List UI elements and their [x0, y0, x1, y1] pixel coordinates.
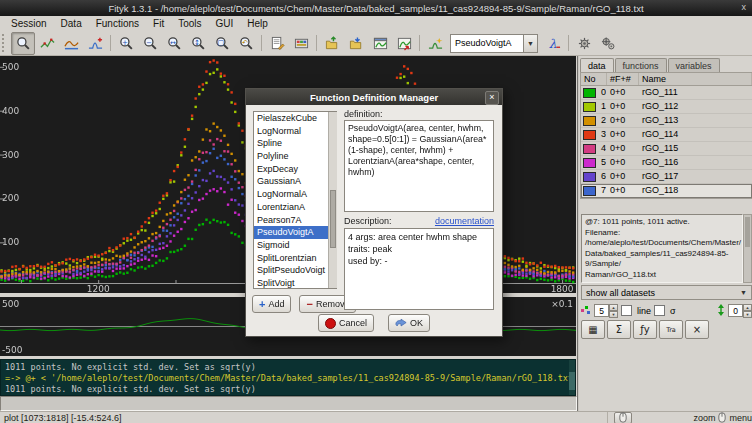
- define-function-icon[interactable]: λ: [541, 32, 565, 55]
- dataset-func-count: 0+0: [607, 86, 639, 99]
- col-funcs: #F+#: [607, 73, 639, 85]
- dialog-close-icon[interactable]: ×: [485, 91, 499, 105]
- dataset-row[interactable]: 20+0rGO_113: [581, 114, 752, 128]
- console-scrollbar[interactable]: [569, 360, 575, 395]
- shift-stepper[interactable]: 0 ▲▼: [728, 304, 752, 317]
- menu-session[interactable]: Session: [4, 17, 54, 30]
- spinner-up-icon[interactable]: ▲: [743, 304, 752, 311]
- function-list-item[interactable]: PseudoVoigtA: [254, 226, 336, 239]
- data-properties-icon[interactable]: [289, 32, 313, 55]
- dataset-row[interactable]: 70+0rGO_118: [581, 184, 752, 198]
- shift-value: 0: [728, 304, 743, 317]
- function-list-item[interactable]: Spline: [254, 137, 336, 150]
- zoom-horizontal-icon[interactable]: ↔: [162, 32, 186, 55]
- function-list-item[interactable]: SplitPseudoVoigt: [254, 264, 336, 277]
- dataset-color-swatch[interactable]: [583, 116, 596, 126]
- function-list-item[interactable]: LorentzianA: [254, 201, 336, 214]
- zoom-vertical-icon[interactable]: ↕: [186, 32, 210, 55]
- function-list-item[interactable]: LogNormal: [254, 125, 336, 138]
- dataset-table: No #F+# Name 00+0rGO_11110+0rGO_11220+0r…: [580, 72, 752, 199]
- zoom-all-icon[interactable]: □: [210, 32, 234, 55]
- line-checkbox[interactable]: [621, 305, 632, 316]
- function-list-item[interactable]: PielaszekCube: [254, 112, 336, 125]
- window-close-button[interactable]: x: [742, 2, 747, 13]
- plot-coordinates: plot [1073:1818] [-15.4:524.6]: [0, 412, 608, 423]
- colors-button[interactable]: ▦: [581, 320, 605, 339]
- dataset-no: 7: [598, 184, 606, 197]
- dataset-color-swatch[interactable]: [583, 130, 596, 140]
- zoom-out-icon[interactable]: −: [138, 32, 162, 55]
- function-list-item[interactable]: ExpDecay: [254, 163, 336, 176]
- function-list-item[interactable]: GaussianA: [254, 175, 336, 188]
- dataset-color-swatch[interactable]: [583, 158, 596, 168]
- function-type-select[interactable]: PseudoVoigtA▼: [450, 34, 538, 53]
- tab-variables[interactable]: variables: [668, 58, 720, 72]
- ok-button[interactable]: OK: [388, 314, 430, 332]
- tab-functions[interactable]: functions: [615, 58, 667, 72]
- tab-data[interactable]: data: [580, 58, 614, 73]
- add-button[interactable]: + Add: [252, 295, 291, 313]
- dataset-func-count: 0+0: [607, 184, 639, 197]
- sum-button[interactable]: Σ: [607, 320, 631, 339]
- function-list-item[interactable]: SplitVoigt: [254, 277, 336, 289]
- add-peak-mode-icon[interactable]: [83, 32, 107, 55]
- open-file-icon[interactable]: [320, 32, 344, 55]
- zoom-previous-icon[interactable]: ↶: [234, 32, 258, 55]
- point-size-stepper[interactable]: 5 ▲▼: [594, 304, 618, 317]
- function-list-item[interactable]: Sigmoid: [254, 239, 336, 252]
- sigma-checkbox[interactable]: [654, 305, 665, 316]
- spinner-up-icon[interactable]: ▲: [609, 304, 618, 311]
- menu-data[interactable]: Data: [54, 17, 89, 30]
- menu-fit[interactable]: Fit: [146, 17, 171, 30]
- dataset-color-swatch[interactable]: [583, 102, 596, 112]
- function-type-list[interactable]: PielaszekCubeLogNormalSplinePolylineExpD…: [253, 111, 337, 289]
- dataset-color-swatch[interactable]: [583, 172, 596, 182]
- function-list-item[interactable]: Polyline: [254, 150, 336, 163]
- dataset-no: 1: [598, 100, 606, 113]
- menu-help[interactable]: Help: [240, 17, 275, 30]
- gui-config-icon[interactable]: [596, 32, 620, 55]
- save-session-icon[interactable]: [344, 32, 368, 55]
- auto-add-peak-icon[interactable]: [423, 32, 447, 55]
- dataset-row[interactable]: 10+0rGO_112: [581, 100, 752, 114]
- dataset-row[interactable]: 30+0rGO_114: [581, 128, 752, 142]
- edit-data-icon[interactable]: [265, 32, 289, 55]
- menu-gui[interactable]: GUI: [209, 17, 241, 30]
- dataset-color-swatch[interactable]: [583, 144, 596, 154]
- dataset-color-swatch[interactable]: [583, 88, 596, 98]
- info-scrollbar[interactable]: [743, 214, 752, 283]
- trans-button[interactable]: Tra: [659, 320, 683, 339]
- spinner-down-icon[interactable]: ▼: [743, 311, 752, 318]
- dataset-row[interactable]: 00+0rGO_111: [581, 86, 752, 100]
- function-list-item[interactable]: Pearson7A: [254, 214, 336, 227]
- point-style-icon: [581, 305, 591, 317]
- definition-textarea[interactable]: PseudoVoigtA(area, center, hwhm, shape=0…: [344, 120, 494, 212]
- function-list-item[interactable]: SplitLorentzian: [254, 252, 336, 265]
- cancel-button[interactable]: Cancel: [318, 314, 374, 332]
- function-list-item[interactable]: LogNormalA: [254, 188, 336, 201]
- export-image-icon[interactable]: [392, 32, 416, 55]
- formula-button[interactable]: ƒy: [633, 320, 657, 339]
- range-mode-icon[interactable]: [35, 32, 59, 55]
- menu-functions[interactable]: Functions: [89, 17, 146, 30]
- zoom-in-icon[interactable]: +: [114, 32, 138, 55]
- command-input[interactable]: [0, 396, 577, 411]
- dataset-row[interactable]: 50+0rGO_116: [581, 156, 752, 170]
- zoom-mode-icon[interactable]: [11, 32, 35, 55]
- menu-tools[interactable]: Tools: [171, 17, 208, 30]
- delete-button[interactable]: ×: [685, 320, 709, 339]
- settings-icon[interactable]: [572, 32, 596, 55]
- dataset-filter-select[interactable]: show all datasets ▼: [581, 285, 752, 300]
- spinner-down-icon[interactable]: ▼: [609, 311, 618, 318]
- mouse-hint-button[interactable]: [614, 412, 633, 423]
- dataset-func-count: 0+0: [607, 114, 639, 127]
- dataset-row[interactable]: 40+0rGO_115: [581, 142, 752, 156]
- execute-script-icon[interactable]: [368, 32, 392, 55]
- dataset-row[interactable]: 60+0rGO_117: [581, 170, 752, 184]
- toolbar-drag-handle[interactable]: [2, 34, 8, 52]
- minus-icon: −: [306, 300, 312, 309]
- documentation-link[interactable]: documentation: [435, 216, 494, 226]
- baseline-mode-icon[interactable]: [59, 32, 83, 55]
- function-list-scrollbar[interactable]: [328, 112, 337, 288]
- dataset-color-swatch[interactable]: [583, 186, 596, 196]
